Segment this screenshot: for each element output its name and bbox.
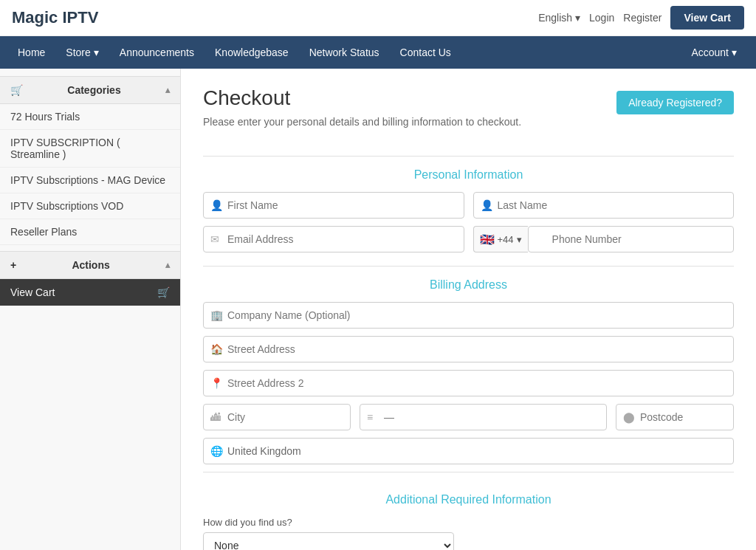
login-link[interactable]: Login xyxy=(589,12,614,24)
email-icon: ✉ xyxy=(210,233,219,245)
main-container: 🛒 Categories ▴ 72 Hours Trials IPTV SUBS… xyxy=(0,69,756,550)
register-link[interactable]: Register xyxy=(623,12,662,24)
city-input[interactable] xyxy=(203,404,351,430)
phone-input[interactable] xyxy=(528,226,734,252)
categories-label: Categories xyxy=(67,84,120,96)
view-cart-button-top[interactable]: View Cart xyxy=(670,6,744,30)
last-name-input[interactable] xyxy=(473,192,735,219)
state-field: ≡ xyxy=(360,404,607,430)
sidebar-item-vod[interactable]: IPTV Subscriptions VOD xyxy=(0,193,180,219)
street2-input[interactable] xyxy=(203,370,734,396)
actions-header[interactable]: + Actions ▴ xyxy=(0,251,180,279)
street1-field: 🏠 xyxy=(203,336,734,362)
street1-input[interactable] xyxy=(203,336,734,362)
nav-announcements[interactable]: Announcements xyxy=(109,36,205,69)
language-label: English xyxy=(538,12,572,24)
country-input[interactable] xyxy=(203,438,734,464)
country-row: 🌐 xyxy=(203,438,734,464)
sidebar-item-iptv-sub[interactable]: IPTV SUBSCRIPTION ( Streamline ) xyxy=(0,130,180,168)
sidebar-item-72h[interactable]: 72 Hours Trials xyxy=(0,104,180,130)
how-find-select[interactable]: None Google Facebook Friend Other xyxy=(203,532,454,550)
nav-home[interactable]: Home xyxy=(7,36,55,69)
country-field: 🌐 xyxy=(203,438,734,464)
first-name-input[interactable] xyxy=(203,192,464,219)
additional-info-title: Additional Required Information xyxy=(203,486,734,506)
actions-chevron-icon: ▴ xyxy=(165,260,170,270)
location-icon: 📍 xyxy=(210,377,223,389)
actions-plus-icon: + xyxy=(10,259,16,271)
phone-prefix[interactable]: 🇬🇧 +44 ▾ xyxy=(473,226,528,252)
flag-icon: 🇬🇧 xyxy=(480,233,495,247)
account-chevron-icon: ▾ xyxy=(732,47,737,58)
top-bar: Magic IPTV English ▾ Login Register View… xyxy=(0,0,756,36)
phone-field: 🇬🇧 +44 ▾ xyxy=(473,226,735,252)
building-icon: 🏢 xyxy=(210,309,223,321)
categories-icon: 🛒 xyxy=(10,84,23,96)
view-cart-sidebar[interactable]: View Cart 🛒 xyxy=(0,279,180,306)
already-registered-button[interactable]: Already Registered? xyxy=(616,91,734,114)
email-field: ✉ xyxy=(203,226,464,252)
chevron-down-icon: ▾ xyxy=(575,12,580,24)
company-input[interactable] xyxy=(203,302,734,329)
billing-address-title: Billing Address xyxy=(203,266,734,292)
sidebar-item-mag[interactable]: IPTV Subscriptions - MAG Device xyxy=(0,168,180,193)
state-input[interactable] xyxy=(360,404,607,430)
street2-field: 📍 xyxy=(203,370,734,396)
state-icon: ≡ xyxy=(367,411,373,423)
personal-info-title: Personal Information xyxy=(203,156,734,182)
top-bar-right: English ▾ Login Register View Cart xyxy=(538,6,744,30)
how-find-label: How did you find us? xyxy=(203,517,734,528)
categories-chevron-icon: ▴ xyxy=(165,85,170,95)
sidebar: 🛒 Categories ▴ 72 Hours Trials IPTV SUBS… xyxy=(0,69,181,550)
nav-bar: Home Store ▾ Announcements Knowledgebase… xyxy=(0,36,756,69)
first-name-field: 👤 xyxy=(203,192,464,219)
user-icon: 👤 xyxy=(210,199,223,211)
email-input[interactable] xyxy=(203,226,464,252)
actions-label: Actions xyxy=(72,259,109,271)
sidebar-item-reseller[interactable]: Reseller Plans xyxy=(0,219,180,245)
language-selector[interactable]: English ▾ xyxy=(538,12,580,24)
categories-header[interactable]: 🛒 Categories ▴ xyxy=(0,76,180,104)
store-chevron-icon: ▾ xyxy=(94,47,99,58)
nav-store[interactable]: Store ▾ xyxy=(55,36,109,69)
additional-section: Additional Required Information How did … xyxy=(203,472,734,550)
street2-row: 📍 xyxy=(203,370,734,396)
email-phone-row: ✉ 🇬🇧 +44 ▾ xyxy=(203,226,734,252)
city-icon: 🏙 xyxy=(210,411,221,423)
nav-knowledgebase[interactable]: Knowledgebase xyxy=(205,36,299,69)
company-row: 🏢 xyxy=(203,302,734,329)
nav-network-status[interactable]: Network Status xyxy=(299,36,390,69)
nav-contact[interactable]: Contact Us xyxy=(390,36,461,69)
checkout-content: Checkout Please enter your personal deta… xyxy=(181,69,756,550)
user-icon-2: 👤 xyxy=(481,199,493,211)
phone-prefix-chevron: ▾ xyxy=(517,234,522,245)
city-field: 🏙 xyxy=(203,404,351,430)
account-label: Account xyxy=(691,47,729,58)
globe-icon: 🌐 xyxy=(210,445,223,457)
name-row: 👤 👤 xyxy=(203,192,734,219)
phone-prefix-label: +44 xyxy=(498,234,514,245)
last-name-field: 👤 xyxy=(473,192,735,219)
view-cart-sidebar-label: View Cart xyxy=(10,286,55,298)
checkout-subtitle: Please enter your personal details and b… xyxy=(203,116,521,128)
nav-account[interactable]: Account ▾ xyxy=(679,36,749,69)
cart-icon: 🛒 xyxy=(157,286,170,298)
company-field: 🏢 xyxy=(203,302,734,329)
city-state-postcode-row: 🏙 ≡ ⬤ xyxy=(203,404,734,430)
logo: Magic IPTV xyxy=(12,8,98,27)
postcode-icon: ⬤ xyxy=(623,411,635,423)
street-icon: 🏠 xyxy=(210,343,223,355)
street1-row: 🏠 xyxy=(203,336,734,362)
postcode-field: ⬤ xyxy=(616,404,734,430)
